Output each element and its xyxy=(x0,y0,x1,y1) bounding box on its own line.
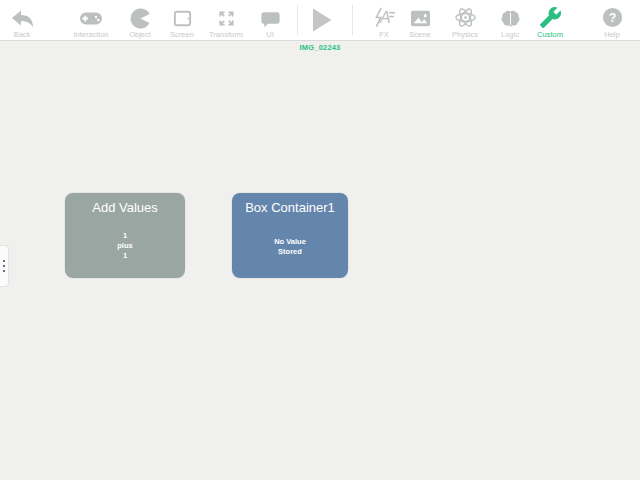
toolbar-label-interaction: Interaction xyxy=(73,30,108,39)
toolbar-button-ui[interactable]: UI xyxy=(242,0,298,40)
handle-dot xyxy=(3,265,5,267)
gamepad-icon xyxy=(78,4,104,29)
question-mark-icon: ? xyxy=(601,4,624,29)
wrench-icon xyxy=(539,4,562,29)
help-button[interactable]: ? Help xyxy=(584,0,640,40)
toolbar-label-back: Back xyxy=(14,30,31,39)
brain-icon xyxy=(499,4,522,29)
toolbar-label-physics: Physics xyxy=(452,30,478,39)
block-parameters: No Value Stored xyxy=(232,237,348,257)
photo-icon xyxy=(409,4,432,29)
block-param-line: 1 xyxy=(65,251,185,261)
block-param-line: No Value xyxy=(232,237,348,247)
scene-title: IMG_02243 xyxy=(0,43,640,52)
block-title: Box Container1 xyxy=(232,200,348,215)
behavior-block-add-values[interactable]: Add Values 1 plus 1 xyxy=(65,193,185,278)
play-button[interactable] xyxy=(294,0,350,40)
toolbar-label-help: Help xyxy=(604,30,619,39)
pacman-icon xyxy=(130,4,151,29)
block-title: Add Values xyxy=(65,200,185,215)
svg-text:?: ? xyxy=(608,11,616,25)
toolbar-button-custom[interactable]: Custom xyxy=(522,0,578,40)
block-parameters: 1 plus 1 xyxy=(65,231,185,261)
toolbar-label-custom: Custom xyxy=(537,30,563,39)
block-param-line: 1 xyxy=(65,231,185,241)
toolbar-separator xyxy=(352,5,353,35)
play-icon xyxy=(311,5,333,35)
toolbar-label-logic: Logic xyxy=(501,30,519,39)
toolbar-label-ui: UI xyxy=(266,30,274,39)
speech-bubble-icon xyxy=(259,4,282,29)
toolbar: Back Interaction Object Screen Transform… xyxy=(0,0,640,41)
block-param-line: plus xyxy=(65,241,185,251)
block-param-line: Stored xyxy=(232,247,348,257)
screen-icon xyxy=(172,4,193,29)
back-icon xyxy=(9,4,35,29)
behavior-canvas[interactable]: IMG_02243 Add Values 1 plus 1 Box Contai… xyxy=(0,41,640,480)
behavior-block-box-container[interactable]: Box Container1 No Value Stored xyxy=(232,193,348,278)
toolbar-label-scene: Scene xyxy=(409,30,430,39)
toolbar-label-fx: FX xyxy=(379,30,389,39)
transform-arrows-icon xyxy=(216,4,237,29)
toolbar-label-transform: Transform xyxy=(209,30,243,39)
toolbar-label-object: Object xyxy=(129,30,151,39)
toolbar-button-interaction[interactable]: Interaction xyxy=(63,0,119,40)
drawer-handle[interactable] xyxy=(0,245,9,287)
handle-dot xyxy=(3,270,5,272)
toolbar-button-back[interactable]: Back xyxy=(0,0,50,40)
handle-dot xyxy=(3,260,5,262)
toolbar-label-screen: Screen xyxy=(170,30,194,39)
atom-icon xyxy=(454,4,477,29)
